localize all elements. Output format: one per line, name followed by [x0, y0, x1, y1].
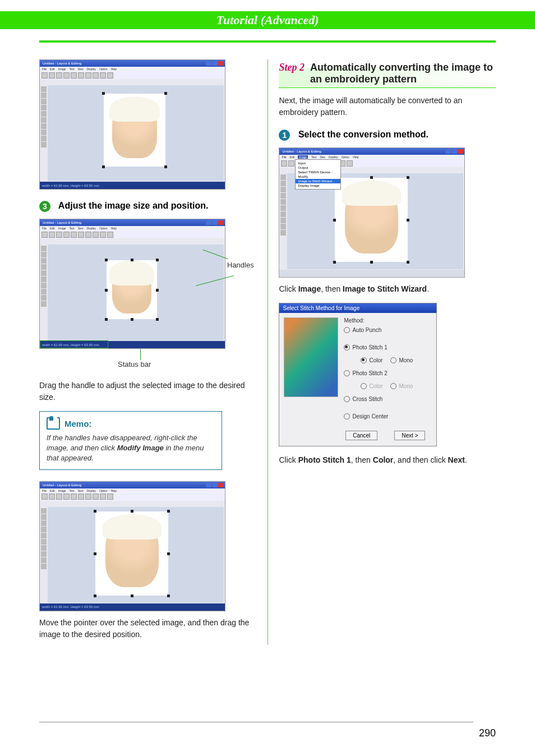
tool-icon	[63, 232, 70, 238]
statusbar-label: Status bar	[118, 360, 151, 368]
side-tool-icon	[41, 105, 47, 110]
memo-text: If the handles have disappeared, right-c…	[47, 433, 215, 464]
side-tool-icon	[41, 557, 47, 563]
side-tool-icon	[41, 93, 47, 98]
menu-image: Image	[58, 67, 66, 71]
handles-label: Handles	[227, 261, 254, 269]
tool-icon	[63, 494, 70, 500]
side-tool-icon	[41, 258, 47, 264]
radio-icon	[361, 383, 367, 389]
handle-icon	[131, 318, 133, 321]
minimize-icon	[445, 149, 451, 154]
status-text: width = 61.90 mm, Height = 63.50 mm	[42, 605, 99, 609]
tool-icon	[85, 494, 91, 500]
handle-icon	[131, 594, 133, 597]
side-tool-icon	[41, 142, 47, 147]
handle-icon	[94, 552, 96, 555]
opt-mono-2: Mono	[399, 383, 413, 389]
radio-icon[interactable]	[344, 396, 350, 402]
handle-icon	[167, 510, 170, 513]
tool-icon	[71, 232, 77, 238]
tool-sidebar	[40, 85, 47, 181]
header-title: Tutorial (Advanced)	[216, 13, 319, 27]
side-tool-icon	[280, 211, 286, 217]
menubar: FileEditImageTextSewDisplayOptionHelp	[40, 226, 225, 231]
opt-mono: Mono	[399, 357, 413, 363]
side-tool-icon	[41, 551, 47, 557]
handle-icon	[94, 510, 96, 513]
window-title: Untitled - Layout & Editing	[280, 150, 321, 153]
left-column: Untitled - Layout & Editing File Edit Im…	[39, 59, 256, 645]
menu-option: Option	[99, 67, 108, 71]
tool-icon	[78, 72, 84, 79]
menubar: FileEditImageTextSewDisplayOptionHelp	[40, 488, 225, 493]
tool-icon	[78, 232, 84, 238]
tool-icon	[100, 494, 106, 500]
menu-help: Help	[111, 67, 117, 71]
dialog-preview-image	[284, 317, 338, 397]
radio-icon[interactable]	[390, 357, 396, 363]
side-tool-icon	[41, 117, 47, 123]
side-tool-icon	[280, 218, 286, 223]
handle-icon	[164, 165, 167, 168]
side-tool-icon	[41, 130, 47, 135]
click-photo-stitch: Click Photo Stitch 1, then Color, and th…	[279, 454, 496, 466]
memo-icon	[47, 417, 60, 430]
right-column: Step 2 Automatically converting the imag…	[279, 59, 496, 645]
radio-icon[interactable]	[344, 413, 350, 420]
tool-sidebar	[280, 173, 287, 269]
imported-photo	[104, 94, 165, 167]
handle-icon	[167, 552, 170, 555]
face-image	[112, 266, 151, 314]
tool-icon	[93, 232, 99, 238]
tool-icon	[56, 494, 62, 500]
toolbar	[40, 71, 225, 79]
window-title: Untitled - Layout & Editing	[41, 483, 81, 487]
side-tool-icon	[41, 539, 47, 545]
dropdown-menu: Input Output Select TWAIN Device... Modi…	[295, 159, 341, 190]
minimize-icon	[206, 220, 211, 225]
click-image-wizard: Click Image, then Image to Stitch Wizard…	[279, 283, 496, 295]
side-tool-icon	[280, 199, 286, 205]
handle-icon	[407, 219, 409, 222]
window-title: Untitled - Layout & Editing	[41, 221, 81, 224]
status-bar	[279, 270, 464, 277]
imported-photo	[335, 178, 408, 262]
page-number: 290	[479, 727, 496, 739]
screenshot-image-menu: Untitled - Layout & Editing FileEditImag…	[279, 147, 465, 278]
menu-display: Display	[87, 67, 96, 71]
close-icon	[458, 149, 463, 154]
dialog-select-stitch: Select Stitch Method for Image Method: A…	[279, 303, 437, 446]
tool-icon	[100, 232, 106, 238]
imported-photo	[107, 260, 157, 319]
tool-icon	[49, 72, 55, 79]
radio-icon[interactable]	[361, 357, 367, 363]
radio-icon[interactable]	[344, 370, 350, 376]
memo-box: Memo: If the handles have disappeared, r…	[39, 411, 222, 470]
tool-icon	[49, 494, 55, 500]
handle-icon	[156, 318, 159, 321]
tool-sidebar	[40, 507, 47, 603]
side-tool-icon	[280, 205, 286, 211]
imported-photo	[95, 511, 168, 596]
header-bar: Tutorial (Advanced)	[0, 11, 535, 29]
tool-icon	[288, 160, 294, 167]
radio-icon[interactable]	[344, 327, 350, 333]
screenshot-image-loaded: Untitled - Layout & Editing File Edit Im…	[39, 59, 225, 190]
drag-instruction: Drag the handle to adjust the selected i…	[39, 380, 256, 403]
next-button[interactable]: Next >	[394, 431, 425, 440]
tool-icon	[85, 72, 91, 79]
status-bar: width = 61.90 mm, Height = 63.50 mm	[40, 182, 225, 189]
cancel-button[interactable]: Cancel	[345, 431, 377, 440]
footer-rule	[39, 722, 473, 722]
side-tool-icon	[41, 295, 47, 301]
tool-icon	[85, 232, 91, 238]
side-tool-icon	[41, 86, 47, 92]
handle-icon	[105, 259, 108, 261]
face-image	[112, 102, 157, 158]
radio-icon	[390, 383, 396, 389]
side-tool-icon	[280, 174, 286, 180]
radio-icon[interactable]	[344, 344, 350, 351]
opt-color: Color	[369, 357, 382, 363]
side-tool-icon	[280, 181, 286, 186]
